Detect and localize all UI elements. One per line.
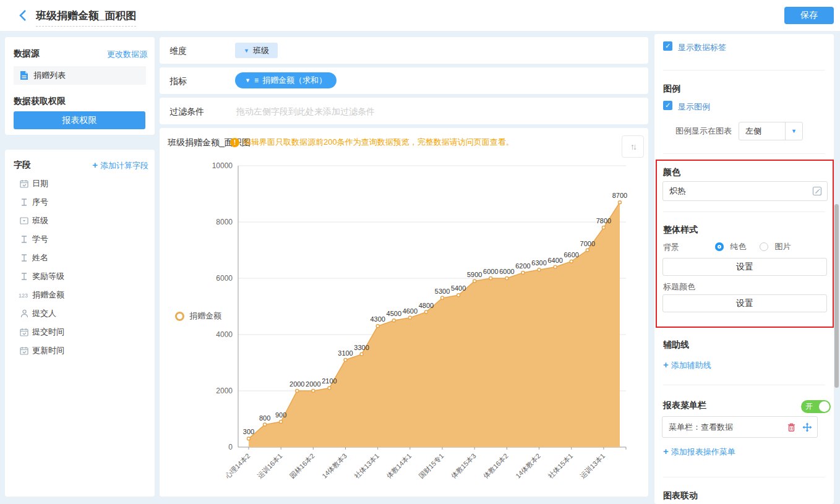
calendar-icon	[19, 328, 30, 336]
bg-image-label: 图片	[774, 242, 791, 251]
menu-bar-title: 报表菜单栏	[663, 400, 706, 411]
permission-title: 数据获取权限	[14, 96, 66, 107]
field-item[interactable]: 更新时间	[5, 341, 155, 360]
svg-text:心理14本2: 心理14本2	[223, 452, 252, 481]
menu-bar-toggle[interactable]: 开	[801, 400, 831, 413]
warning-text: 编辑界面只取数据源前200条作为查询数据预览，完整数据请访问页面查看。	[243, 137, 514, 148]
check-icon: ✓	[665, 42, 671, 50]
svg-text:14体教本2: 14体教本2	[514, 452, 542, 480]
back-button[interactable]	[16, 8, 31, 25]
data-preview-warning: ! 编辑界面只取数据源前200条作为查询数据预览，完整数据请访问页面查看。	[230, 137, 514, 148]
legend-position-select[interactable]: 左侧 ▼	[739, 122, 803, 140]
datasource-panel: 数据源 更改数据源 捐赠列表 数据获取权限 报表权限	[5, 37, 155, 135]
svg-text:6000: 6000	[483, 268, 498, 275]
menu-item-row[interactable]: 菜单栏：查看数据	[662, 416, 818, 438]
field-item[interactable]: 班级	[5, 211, 155, 230]
svg-text:体教14本1: 体教14本1	[385, 452, 413, 481]
divider	[663, 477, 825, 477]
field-item[interactable]: 学号	[5, 230, 155, 249]
svg-text:国财15专1: 国财15专1	[418, 452, 445, 480]
field-label: 奖励等级	[32, 271, 64, 282]
svg-text:7800: 7800	[596, 217, 611, 224]
divider	[663, 211, 825, 212]
linkage-title: 图表联动	[663, 490, 698, 502]
field-item[interactable]: 奖励等级	[5, 267, 155, 286]
sort-arrows-icon: ↑↓	[630, 142, 635, 152]
style-section-title: 整体样式	[663, 224, 698, 236]
toggle-knob	[819, 401, 829, 412]
divider	[663, 70, 825, 70]
field-item[interactable]: 123捐赠金额	[5, 286, 155, 304]
bg-solid-radio[interactable]: 纯色	[715, 241, 746, 252]
legend-item[interactable]: 捐赠金额	[175, 310, 221, 322]
svg-text:4000: 4000	[216, 330, 233, 339]
svg-text:4600: 4600	[403, 307, 418, 315]
show-data-label-checkbox[interactable]: ✓	[663, 41, 672, 51]
menu-item-value: 菜单栏：查看数据	[662, 422, 787, 433]
vertical-scrollbar[interactable]	[834, 204, 839, 388]
field-label: 班级	[32, 215, 48, 226]
datasource-name: 捐赠列表	[33, 70, 66, 81]
field-label: 序号	[32, 197, 48, 208]
legend-marker-icon	[175, 312, 184, 321]
area-chart[interactable]: 0200040006000800010000300800900200020002…	[160, 128, 648, 497]
report-permission-button[interactable]: 报表权限	[14, 111, 145, 129]
svg-text:社体13本1: 社体13本1	[353, 452, 380, 480]
bg-set-button[interactable]: 设置	[662, 258, 827, 276]
show-legend-checkbox[interactable]: ✓	[663, 101, 672, 110]
move-icon[interactable]	[802, 422, 812, 432]
svg-text:4800: 4800	[419, 302, 434, 309]
color-scheme-input[interactable]: 炽热	[662, 181, 828, 201]
filter-row[interactable]: 过滤条件 拖动左侧字段到此处来添加过滤条件	[160, 98, 648, 124]
number-icon: 123	[19, 291, 30, 299]
chevron-down-icon: ▼	[245, 77, 251, 83]
add-calc-field-link[interactable]: +添加计算字段	[92, 160, 148, 171]
metric-value: 捐赠金额（求和）	[262, 75, 327, 86]
svg-text:社体15本1: 社体15本1	[546, 452, 574, 480]
metric-pill[interactable]: ▼ ≡ 捐赠金额（求和）	[235, 72, 336, 88]
svg-text:800: 800	[259, 414, 270, 422]
save-button[interactable]: 保存	[784, 7, 834, 24]
background-label: 背景	[663, 242, 679, 253]
field-label: 更新时间	[32, 345, 64, 356]
trash-icon[interactable]	[787, 422, 796, 432]
field-item[interactable]: 提交人	[5, 304, 155, 323]
select-icon	[19, 216, 30, 225]
change-datasource-link[interactable]: 更改数据源	[107, 49, 147, 60]
svg-text:体教16本2: 体教16本2	[481, 452, 510, 481]
divider	[663, 385, 825, 385]
svg-text:300: 300	[243, 428, 254, 435]
dimension-pill[interactable]: ▼ 班级	[235, 43, 278, 58]
svg-text:体教15本3: 体教15本3	[449, 452, 478, 481]
datasource-item[interactable]: 捐赠列表	[14, 66, 146, 85]
field-item[interactable]: 序号	[5, 193, 155, 211]
edit-icon[interactable]	[812, 186, 822, 196]
field-label: 学号	[32, 234, 48, 245]
legend-position-value: 左侧	[739, 126, 785, 137]
field-item[interactable]: 日期	[5, 174, 155, 193]
add-aux-line-link[interactable]: +添加辅助线	[663, 359, 711, 371]
back-chevron-icon	[16, 8, 31, 23]
svg-text:2000: 2000	[216, 387, 233, 395]
svg-text:2000: 2000	[289, 380, 304, 388]
radio-unselected-icon	[760, 242, 768, 251]
title-color-set-button[interactable]: 设置	[662, 294, 827, 312]
legend-section-title: 图例	[663, 83, 680, 95]
plus-icon: +	[663, 446, 669, 456]
svg-text:7000: 7000	[580, 240, 595, 247]
field-item[interactable]: 姓名	[5, 249, 155, 267]
svg-text:10000: 10000	[212, 161, 233, 170]
add-menu-link[interactable]: +添加报表操作菜单	[663, 446, 735, 458]
field-list: 日期序号班级学号姓名奖励等级123捐赠金额提交人提交时间更新时间	[5, 174, 155, 360]
bg-solid-label: 纯色	[730, 242, 746, 251]
dimension-value: 班级	[253, 45, 269, 56]
svg-text:5900: 5900	[467, 271, 482, 278]
bg-image-radio[interactable]: 图片	[760, 241, 791, 252]
svg-text:4300: 4300	[370, 315, 385, 323]
svg-text:2100: 2100	[322, 377, 336, 385]
svg-text:2000: 2000	[306, 380, 320, 388]
field-item[interactable]: 提交时间	[5, 323, 155, 341]
sort-button[interactable]: ↑↓	[622, 135, 644, 158]
svg-text:运训13本1: 运训13本1	[579, 452, 607, 480]
aux-line-title: 辅助线	[663, 340, 689, 351]
